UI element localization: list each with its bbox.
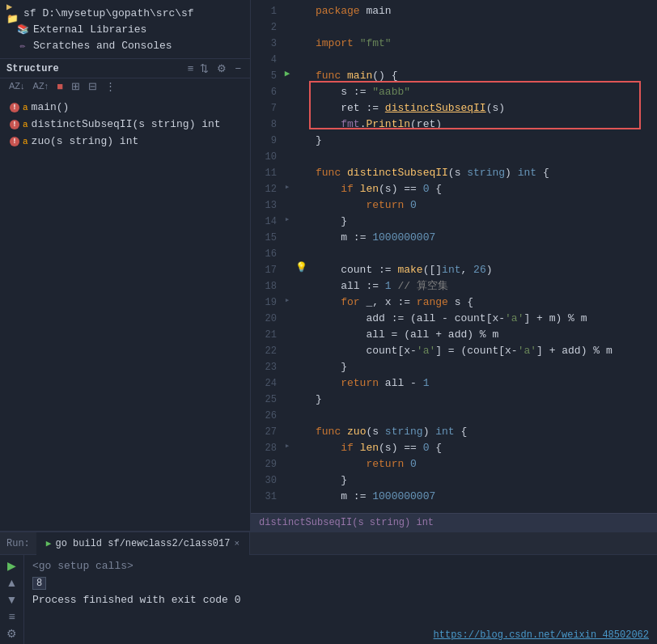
scroll-down-button[interactable]: ▼ xyxy=(3,592,21,606)
tab-close-icon[interactable]: × xyxy=(234,539,239,549)
sort-za-button[interactable]: AZ↑ xyxy=(31,80,52,92)
fold-line-19[interactable]: ▸ xyxy=(282,291,293,307)
code-line-18: all := 1 // 算空集 xyxy=(316,278,657,294)
sidebar-item-external[interactable]: 📚 External Libraries xyxy=(0,21,250,37)
line-num-5: 5 xyxy=(254,68,277,84)
tooltip-text: distinctSubseqII(s string) int xyxy=(259,517,434,528)
settings-bottom-button[interactable]: ⚙ xyxy=(3,627,21,641)
output-line-1: <go setup calls> xyxy=(32,558,418,575)
tooltip-bar: distinctSubseqII(s string) int xyxy=(251,513,657,531)
lb-17[interactable]: 💡 xyxy=(293,259,309,275)
code-line-27: func zuo(s string) int { xyxy=(316,424,657,440)
code-line-17: count := make([]int, 26) xyxy=(316,262,657,278)
error-dot-distinct: ! xyxy=(10,120,19,129)
struct-item-main-label: main() xyxy=(32,101,70,113)
lb-21 xyxy=(293,324,309,340)
lb-14 xyxy=(293,210,309,227)
settings-button[interactable]: ⚙ xyxy=(214,62,229,74)
bottom-panel: Run: ▶ go build sf/newclass2/class017 × … xyxy=(0,531,657,644)
output-exit-text: Process finished with exit code 0 xyxy=(32,594,240,606)
lb-9 xyxy=(293,129,309,146)
fold-line-11 xyxy=(282,162,293,178)
structure-items: ! a main() ! a distinctSubseqII(s string… xyxy=(0,95,250,531)
bottom-right-link[interactable]: https://blog.csdn.net/weixin_48502062 xyxy=(426,555,657,644)
code-line-11: func distinctSubseqII(s string) int { xyxy=(316,165,657,181)
struct-item-main[interactable]: ! a main() xyxy=(0,99,250,116)
sidebar-item-scratches[interactable]: ✏️ Scratches and Consoles xyxy=(0,37,250,53)
filter-button[interactable]: ■ xyxy=(54,80,66,92)
code-line-15: m := 1000000007 xyxy=(316,230,657,246)
lb-4 xyxy=(293,49,309,65)
code-line-6: s := "aabb" xyxy=(316,84,657,100)
lightbulb-icon[interactable]: 💡 xyxy=(295,261,307,273)
code-line-19: for _, x := range s { xyxy=(316,294,657,311)
library-icon: 📚 xyxy=(16,23,29,36)
fold-line-12[interactable]: ▸ xyxy=(282,178,293,194)
fold-line-16 xyxy=(282,243,293,259)
line-num-17: 17 xyxy=(254,262,277,278)
code-content[interactable]: package main import "fmt" func main() { … xyxy=(309,0,657,513)
fold-line-9 xyxy=(282,129,293,146)
sort-az-button[interactable]: AZ↓ xyxy=(6,80,28,92)
line-num-27: 27 xyxy=(254,424,277,440)
lb-25 xyxy=(293,388,309,405)
csdn-link[interactable]: https://blog.csdn.net/weixin_48502062 xyxy=(434,629,649,641)
wrap-button[interactable]: ≡ xyxy=(3,610,21,624)
fold-line-5[interactable]: ▶ xyxy=(282,65,293,81)
lb-2 xyxy=(293,16,309,32)
structure-toolbar: ≡ ⇅ ⚙ − xyxy=(185,62,244,74)
fold-line-26 xyxy=(282,405,293,421)
lb-8 xyxy=(293,113,309,129)
collapse-button[interactable]: ⊟ xyxy=(86,80,100,92)
code-line-26 xyxy=(316,408,657,424)
sort-row-buttons: AZ↓ AZ↑ ■ ⊞ ⊟ ⋮ xyxy=(6,80,118,92)
sidebar-item-sf[interactable]: ▶ 📁 sf D:\mysetup\gopath\src\sf xyxy=(0,5,250,21)
code-line-10 xyxy=(316,149,657,165)
fold-line-23 xyxy=(282,356,293,372)
line-num-14: 14 xyxy=(254,214,277,230)
expand-button[interactable]: ⊞ xyxy=(69,80,83,92)
fold-line-29 xyxy=(282,453,293,469)
lightbulb-area: 💡 xyxy=(293,0,309,513)
line-num-31: 31 xyxy=(254,489,277,505)
fold-line-22 xyxy=(282,340,293,356)
more-button[interactable]: ⋮ xyxy=(103,80,118,92)
lb-20 xyxy=(293,307,309,324)
struct-item-distinct[interactable]: ! a distinctSubseqII(s string) int xyxy=(0,116,250,133)
fold-line-14[interactable]: ▸ xyxy=(282,210,293,227)
line-num-1: 1 xyxy=(254,3,277,19)
folder-icon: ▶ 📁 xyxy=(6,6,19,19)
output-number: 8 xyxy=(32,577,46,590)
code-line-28: if len(s) == 0 { xyxy=(316,440,657,456)
code-line-1: package main xyxy=(316,3,657,19)
lb-24 xyxy=(293,372,309,388)
fold-line-28[interactable]: ▸ xyxy=(282,437,293,453)
code-line-21: all = (all + add) % m xyxy=(316,327,657,343)
code-line-31: m := 1000000007 xyxy=(316,489,657,505)
fold-line-21 xyxy=(282,324,293,340)
line-num-21: 21 xyxy=(254,327,277,343)
fold-line-20 xyxy=(282,307,293,324)
line-num-11: 11 xyxy=(254,165,277,181)
lb-6 xyxy=(293,81,309,97)
sort-alpha-button[interactable]: ≡ xyxy=(185,62,197,74)
bottom-side-buttons: ▶ ▲ ▼ ≡ ⚙ xyxy=(0,555,24,644)
code-line-12: if len(s) == 0 { xyxy=(316,181,657,197)
sidebar: ▶ 📁 sf D:\mysetup\gopath\src\sf 📚 Extern… xyxy=(0,0,251,531)
play-button[interactable]: ▶ xyxy=(3,558,21,572)
error-dot-zuo: ! xyxy=(10,137,19,146)
struct-item-zuo[interactable]: ! a zuo(s string) int xyxy=(0,133,250,150)
line-num-23: 23 xyxy=(254,359,277,375)
minimize-button[interactable]: − xyxy=(232,62,244,74)
tab-label: go build sf/newclass2/class017 xyxy=(55,538,230,549)
access-modifier-zuo: a xyxy=(23,137,28,146)
lb-12 xyxy=(293,178,309,194)
sort-type-button[interactable]: ⇅ xyxy=(197,62,211,74)
line-num-19: 19 xyxy=(254,294,277,311)
scroll-up-button[interactable]: ▲ xyxy=(3,575,21,589)
bottom-tab-build[interactable]: ▶ go build sf/newclass2/class017 × xyxy=(36,532,250,555)
line-num-3: 3 xyxy=(254,36,277,52)
line-num-22: 22 xyxy=(254,343,277,359)
fold-line-31 xyxy=(282,485,293,502)
code-container[interactable]: 1 2 3 4 5 6 7 8 9 10 11 12 13 14 15 16 1… xyxy=(251,0,657,513)
